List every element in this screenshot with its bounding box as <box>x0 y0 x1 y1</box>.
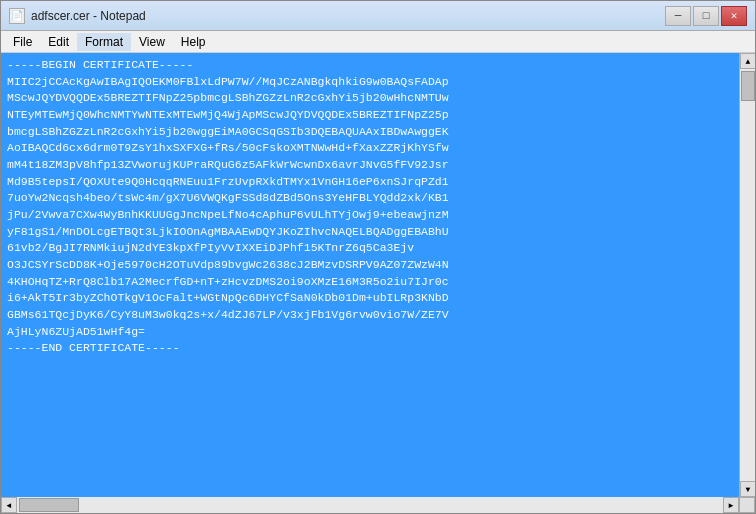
text-editor[interactable] <box>1 53 739 497</box>
horizontal-scroll-row: ◄ ► <box>1 497 755 513</box>
title-bar: 📄 adfscer.cer - Notepad ─ □ ✕ <box>1 1 755 31</box>
menu-help[interactable]: Help <box>173 33 214 51</box>
vertical-scrollbar: ▲ ▼ <box>739 53 755 497</box>
menu-edit[interactable]: Edit <box>40 33 77 51</box>
h-scroll-track[interactable] <box>17 497 723 513</box>
window-title: adfscer.cer - Notepad <box>31 9 146 23</box>
h-scroll-thumb[interactable] <box>19 498 79 512</box>
scroll-down-button[interactable]: ▼ <box>740 481 755 497</box>
title-bar-left: 📄 adfscer.cer - Notepad <box>9 8 146 24</box>
notepad-window: 📄 adfscer.cer - Notepad ─ □ ✕ File Edit … <box>0 0 756 514</box>
maximize-button[interactable]: □ <box>693 6 719 26</box>
text-area-wrapper <box>1 53 739 497</box>
editor-container: ▲ ▼ <box>1 53 755 497</box>
window-controls: ─ □ ✕ <box>665 6 747 26</box>
scroll-right-button[interactable]: ► <box>723 497 739 513</box>
menu-bar: File Edit Format View Help <box>1 31 755 53</box>
menu-view[interactable]: View <box>131 33 173 51</box>
menu-format[interactable]: Format <box>77 33 131 51</box>
app-icon: 📄 <box>9 8 25 24</box>
menu-file[interactable]: File <box>5 33 40 51</box>
scroll-left-button[interactable]: ◄ <box>1 497 17 513</box>
scroll-corner <box>739 497 755 513</box>
scroll-thumb[interactable] <box>741 71 755 101</box>
scroll-up-button[interactable]: ▲ <box>740 53 755 69</box>
minimize-button[interactable]: ─ <box>665 6 691 26</box>
close-button[interactable]: ✕ <box>721 6 747 26</box>
scroll-track[interactable] <box>740 69 755 481</box>
